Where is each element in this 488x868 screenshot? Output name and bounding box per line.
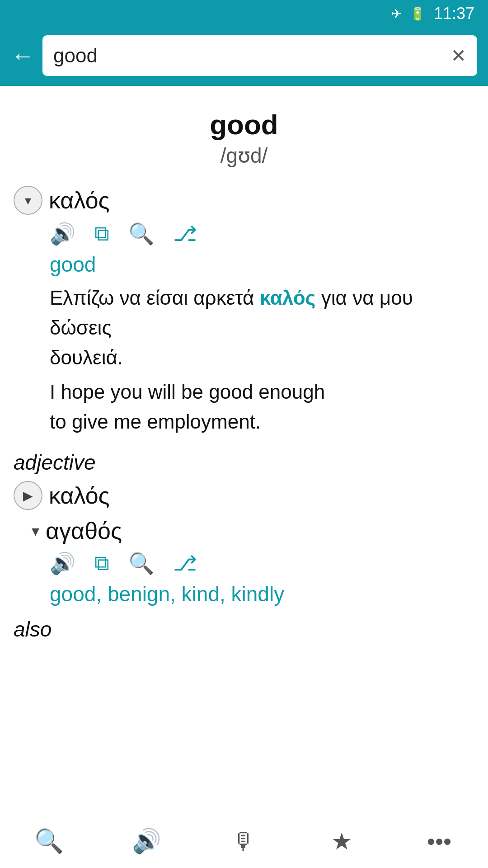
clock: 11:37 <box>434 4 474 23</box>
battery-icon: 🔋 <box>410 6 426 21</box>
second-translation-block: ▶ καλός ▾ αγαθός 🔊 ⧉ 🔍 ⎇ good, benign, k… <box>0 481 488 606</box>
second-collapsible-row: ▶ καλός <box>14 481 474 510</box>
share-icon-1[interactable]: ⎇ <box>173 222 197 246</box>
first-translation-word[interactable]: good <box>50 252 474 277</box>
share-icon-2[interactable]: ⎇ <box>173 551 197 576</box>
copy-icon-1[interactable]: ⧉ <box>94 221 109 246</box>
more-nav[interactable]: ••• <box>412 823 466 859</box>
search-nav[interactable]: 🔍 <box>22 823 76 859</box>
airplane-icon: ✈ <box>391 6 402 21</box>
volume-nav[interactable]: 🔊 <box>119 823 174 859</box>
top-bar: ← ✕ <box>0 27 488 86</box>
search-icon-2[interactable]: 🔍 <box>128 551 154 576</box>
word-title: good <box>0 108 488 141</box>
sub-arrow-icon: ▾ <box>32 522 39 540</box>
example-english: I hope you will be good enoughto give me… <box>50 377 474 437</box>
first-collapse-button[interactable]: ▾ <box>14 186 42 215</box>
clear-icon[interactable]: ✕ <box>451 45 466 66</box>
example-greek-part1: Ελπίζω να είσαι αρκετά <box>50 287 254 309</box>
example-greek-part3: δουλειά. <box>50 346 123 368</box>
first-collapsible-row: ▾ καλός <box>14 186 474 215</box>
mic-nav-icon: 🎙 <box>232 828 256 855</box>
search-nav-icon: 🔍 <box>34 827 64 855</box>
word-phonetic: /gʊd/ <box>0 143 488 168</box>
second-collapse-arrow: ▶ <box>23 488 33 503</box>
second-greek-word: καλός <box>49 482 110 509</box>
second-action-icons: 🔊 ⧉ 🔍 ⎇ <box>50 551 474 576</box>
volume-nav-icon: 🔊 <box>132 827 161 855</box>
status-icons: ✈ 🔋 11:37 <box>391 4 474 23</box>
star-nav[interactable]: ★ <box>314 823 369 859</box>
pos-adjective-label: adjective <box>14 450 474 475</box>
mic-nav[interactable]: 🎙 <box>217 823 271 859</box>
more-nav-icon: ••• <box>427 828 452 855</box>
example-greek: Ελπίζω να είσαι αρκετά καλός για να μου … <box>50 283 474 373</box>
example-greek-highlight: καλός <box>260 287 316 309</box>
search-box: ✕ <box>42 35 477 76</box>
first-collapse-arrow: ▾ <box>25 193 31 208</box>
copy-icon-2[interactable]: ⧉ <box>94 551 109 576</box>
second-translation-list[interactable]: good, benign, kind, kindly <box>50 582 474 606</box>
sub-greek-word: αγαθός <box>46 517 122 544</box>
volume-icon-1[interactable]: 🔊 <box>50 222 75 246</box>
search-icon-1[interactable]: 🔍 <box>128 222 154 246</box>
first-action-icons: 🔊 ⧉ 🔍 ⎇ <box>50 221 474 246</box>
bottom-nav: 🔍 🔊 🎙 ★ ••• <box>0 814 488 868</box>
volume-icon-2[interactable]: 🔊 <box>50 551 75 576</box>
search-input[interactable] <box>53 44 451 67</box>
second-collapse-button[interactable]: ▶ <box>14 481 42 510</box>
word-title-section: good /gʊd/ <box>0 99 488 172</box>
also-label: also <box>14 617 474 642</box>
back-button[interactable]: ← <box>11 44 34 67</box>
sub-item-row: ▾ αγαθός <box>32 517 474 544</box>
main-content: good /gʊd/ ▾ καλός 🔊 ⧉ 🔍 ⎇ good Ελπίζω ν… <box>0 86 488 700</box>
first-greek-word: καλός <box>49 187 110 214</box>
status-bar: ✈ 🔋 11:37 <box>0 0 488 27</box>
star-nav-icon: ★ <box>331 828 352 855</box>
first-translation-block: ▾ καλός 🔊 ⧉ 🔍 ⎇ good Ελπίζω να είσαι αρκ… <box>0 186 488 437</box>
